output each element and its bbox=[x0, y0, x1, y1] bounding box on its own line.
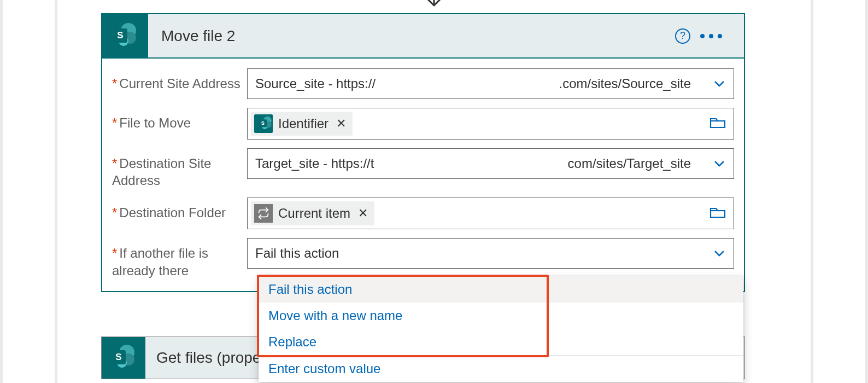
field-row-destination-site: *Destination Site Address Target_site - … bbox=[112, 148, 734, 189]
ellipsis-menu-icon[interactable] bbox=[700, 34, 722, 38]
sharepoint-icon: S bbox=[102, 337, 145, 379]
flow-arrow-down-icon bbox=[423, 0, 445, 10]
chevron-down-icon[interactable] bbox=[713, 247, 726, 260]
select-value: Fail this action bbox=[255, 246, 339, 261]
dropdown-option[interactable]: Move with a new name bbox=[259, 303, 743, 329]
conflict-select[interactable]: Fail this action bbox=[247, 238, 734, 269]
field-label: *Destination Site Address bbox=[112, 148, 247, 189]
action-card-move-file: S Move file 2 ? *Current Site Address So… bbox=[101, 13, 745, 292]
token-label: Identifier bbox=[278, 116, 329, 131]
card-title: Move file 2 bbox=[161, 27, 675, 45]
folder-picker-icon[interactable] bbox=[709, 205, 726, 222]
sharepoint-icon: S bbox=[102, 14, 148, 58]
folder-picker-icon[interactable] bbox=[709, 115, 726, 132]
token-remove-icon[interactable]: ✕ bbox=[358, 206, 368, 220]
card-title: Get files (prope bbox=[156, 349, 261, 367]
field-row-file-to-move: *File to Move S Identifier ✕ bbox=[112, 108, 734, 140]
dropdown-custom-value[interactable]: Enter custom value bbox=[259, 356, 743, 382]
current-site-select[interactable]: Source_site - https:// .com/sites/Source… bbox=[247, 68, 734, 99]
help-icon[interactable]: ? bbox=[675, 28, 690, 44]
select-value-part: .com/sites/Source_site bbox=[559, 76, 691, 91]
conflict-dropdown: Fail this action Move with a new name Re… bbox=[259, 276, 743, 382]
sharepoint-icon: S bbox=[254, 114, 273, 133]
select-value-part: Target_site - https://t bbox=[255, 156, 374, 171]
field-label: *File to Move bbox=[112, 108, 247, 131]
select-value-part: com/sites/Target_site bbox=[568, 156, 691, 171]
card-header[interactable]: S Move file 2 ? bbox=[102, 14, 744, 59]
field-row-conflict: *If another file is already there Fail t… bbox=[112, 238, 734, 278]
destination-folder-input[interactable]: Current item ✕ bbox=[247, 198, 734, 229]
dropdown-option[interactable]: Fail this action bbox=[259, 276, 743, 303]
dynamic-token-identifier[interactable]: S Identifier ✕ bbox=[251, 112, 353, 136]
field-row-current-site: *Current Site Address Source_site - http… bbox=[112, 68, 734, 99]
loop-icon bbox=[254, 204, 273, 223]
dropdown-option[interactable]: Replace bbox=[259, 329, 743, 355]
select-value-part: Source_site - https:// bbox=[255, 76, 376, 91]
field-label: *If another file is already there bbox=[112, 238, 247, 278]
field-label: *Destination Folder bbox=[112, 198, 247, 221]
dynamic-token-current-item[interactable]: Current item ✕ bbox=[251, 201, 374, 225]
destination-site-select[interactable]: Target_site - https://t com/sites/Target… bbox=[247, 148, 734, 179]
field-row-destination-folder: *Destination Folder Current item ✕ bbox=[112, 198, 734, 229]
chevron-down-icon[interactable] bbox=[713, 157, 726, 170]
token-label: Current item bbox=[278, 206, 350, 221]
chevron-down-icon[interactable] bbox=[713, 77, 726, 90]
token-remove-icon[interactable]: ✕ bbox=[336, 117, 346, 131]
file-to-move-input[interactable]: S Identifier ✕ bbox=[247, 108, 734, 140]
field-label: *Current Site Address bbox=[112, 68, 247, 92]
